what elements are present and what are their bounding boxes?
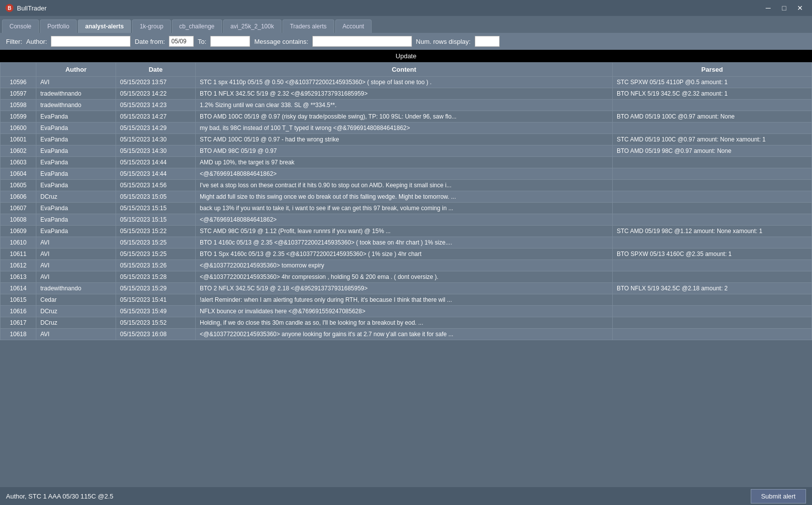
cell-id: 10612 — [0, 260, 36, 271]
cell-id: 10611 — [0, 249, 36, 260]
table-row[interactable]: 10598 tradewithnando 05/15/2023 14:23 1.… — [0, 100, 812, 111]
tab-1k-group[interactable]: 1k-group — [132, 19, 170, 33]
cell-author: EvaPanda — [36, 226, 116, 237]
cell-content: Holding, if we do close this 30m candle … — [196, 317, 613, 329]
submit-alert-button[interactable]: Submit alert — [751, 489, 806, 504]
cell-parsed — [613, 123, 812, 134]
table-row[interactable]: 10605 EvaPanda 05/15/2023 14:56 I've set… — [0, 180, 812, 191]
cell-date: 05/15/2023 15:15 — [116, 214, 196, 226]
cell-parsed — [613, 306, 812, 317]
cell-content: back up 13% if you want to take it, i wa… — [196, 203, 613, 214]
cell-content: STC AMD 100C 05/19 @ 0.97 - had the wron… — [196, 134, 613, 145]
cell-author: AVI — [36, 260, 116, 271]
tab-analyst-alerts[interactable]: analyst-alerts — [78, 19, 131, 33]
cell-author: AVI — [36, 77, 116, 88]
num-rows-input[interactable] — [475, 36, 500, 47]
cell-id: 10606 — [0, 191, 36, 203]
cell-parsed — [613, 180, 812, 191]
table-row[interactable]: 10609 EvaPanda 05/15/2023 15:22 STC AMD … — [0, 226, 812, 237]
cell-parsed: BTO NFLX 5/19 342.5C @2.18 amount: 2 — [613, 283, 812, 294]
header-author: Author — [36, 63, 116, 77]
tab-account[interactable]: Account — [335, 19, 372, 33]
cell-parsed: BTO NFLX 5/19 342.5C @2.32 amount: 1 — [613, 88, 812, 100]
cell-id: 10610 — [0, 237, 36, 249]
table-row[interactable]: 10616 DCruz 05/15/2023 15:49 NFLX bounce… — [0, 306, 812, 317]
table-row[interactable]: 10603 EvaPanda 05/15/2023 14:44 AMD up 1… — [0, 157, 812, 168]
table-row[interactable]: 10613 AVI 05/15/2023 15:28 <@&1037722002… — [0, 271, 812, 283]
cell-content: AMD up 10%, the target is 97 break — [196, 157, 613, 168]
cell-date: 05/15/2023 15:52 — [116, 317, 196, 329]
cell-parsed: STC AMD 05/19 100C @0.97 amount: None xa… — [613, 134, 812, 145]
main-window: B BullTrader ─ □ ✕ Console Portfolio ana… — [0, 0, 812, 505]
tab-cb-challenge[interactable]: cb_challenge — [172, 19, 222, 33]
cell-author: DCruz — [36, 191, 116, 203]
cell-date: 05/15/2023 14:30 — [116, 134, 196, 145]
table-row[interactable]: 10601 EvaPanda 05/15/2023 14:30 STC AMD … — [0, 134, 812, 145]
update-bar[interactable]: Update — [0, 50, 812, 62]
cell-author: Cedar — [36, 294, 116, 306]
filter-label: Filter: — [6, 38, 22, 45]
cell-parsed — [613, 294, 812, 306]
cell-author: tradewithnando — [36, 100, 116, 111]
cell-content: BTO AMD 100C 05/19 @ 0.97 (risky day tra… — [196, 111, 613, 123]
app-logo: B — [5, 3, 14, 12]
tab-bar: Console Portfolio analyst-alerts 1k-grou… — [0, 16, 812, 33]
to-input[interactable] — [210, 36, 250, 47]
cell-date: 05/15/2023 15:25 — [116, 249, 196, 260]
message-contains-input[interactable] — [312, 36, 412, 47]
cell-date: 05/15/2023 14:44 — [116, 157, 196, 168]
table-row[interactable]: 10611 AVI 05/15/2023 15:25 BTO 1 Spx 416… — [0, 249, 812, 260]
cell-date: 05/15/2023 14:56 — [116, 180, 196, 191]
cell-content: <@&1037722002145935360> 4hr compression … — [196, 271, 613, 283]
close-button[interactable]: ✕ — [793, 1, 807, 15]
tab-avi-25k[interactable]: avi_25k_2_100k — [223, 19, 281, 33]
tab-console[interactable]: Console — [2, 19, 39, 33]
table-row[interactable]: 10615 Cedar 05/15/2023 15:41 !alert Remi… — [0, 294, 812, 306]
tab-traders-alerts[interactable]: Traders alerts — [282, 19, 334, 33]
cell-parsed — [613, 214, 812, 226]
title-bar-controls: ─ □ ✕ — [761, 1, 807, 15]
table-header-row: Author Date Content Parsed — [0, 63, 812, 77]
cell-parsed: STC AMD 05/19 98C @1.12 amount: None xam… — [613, 226, 812, 237]
table-row[interactable]: 10597 tradewithnando 05/15/2023 14:22 BT… — [0, 88, 812, 100]
cell-date: 05/15/2023 16:08 — [116, 329, 196, 340]
table-row[interactable]: 10607 EvaPanda 05/15/2023 15:15 back up … — [0, 203, 812, 214]
table-container[interactable]: Author Date Content Parsed 10596 AVI 05/… — [0, 62, 812, 487]
tab-portfolio[interactable]: Portfolio — [40, 19, 77, 33]
cell-author: DCruz — [36, 317, 116, 329]
date-from-input[interactable] — [169, 36, 194, 47]
table-row[interactable]: 10604 EvaPanda 05/15/2023 14:44 <@&76969… — [0, 168, 812, 180]
cell-id: 10596 — [0, 77, 36, 88]
cell-date: 05/15/2023 15:49 — [116, 306, 196, 317]
table-row[interactable]: 10602 EvaPanda 05/15/2023 14:30 BTO AMD … — [0, 145, 812, 157]
author-label: Author: — [26, 38, 47, 45]
cell-parsed — [613, 203, 812, 214]
cell-id: 10607 — [0, 203, 36, 214]
cell-date: 05/15/2023 15:26 — [116, 260, 196, 271]
title-bar: B BullTrader ─ □ ✕ — [0, 0, 812, 16]
maximize-button[interactable]: □ — [777, 1, 791, 15]
svg-text:B: B — [7, 5, 11, 11]
table-row[interactable]: 10600 EvaPanda 05/15/2023 14:29 my bad, … — [0, 123, 812, 134]
table-row[interactable]: 10596 AVI 05/15/2023 13:57 STC 1 spx 411… — [0, 77, 812, 88]
cell-author: AVI — [36, 249, 116, 260]
table-row[interactable]: 10608 EvaPanda 05/15/2023 15:15 <@&76969… — [0, 214, 812, 226]
cell-parsed: BTO AMD 05/19 100C @0.97 amount: None — [613, 111, 812, 123]
cell-content: <@&1037722002145935360> anyone looking f… — [196, 329, 613, 340]
cell-id: 10602 — [0, 145, 36, 157]
update-label: Update — [396, 52, 416, 60]
table-row[interactable]: 10612 AVI 05/15/2023 15:26 <@&1037722002… — [0, 260, 812, 271]
cell-id: 10600 — [0, 123, 36, 134]
table-row[interactable]: 10599 EvaPanda 05/15/2023 14:27 BTO AMD … — [0, 111, 812, 123]
author-input[interactable] — [51, 36, 131, 47]
table-row[interactable]: 10610 AVI 05/15/2023 15:25 BTO 1 4160c 0… — [0, 237, 812, 249]
table-row[interactable]: 10617 DCruz 05/15/2023 15:52 Holding, if… — [0, 317, 812, 329]
to-label: To: — [198, 38, 206, 45]
table-row[interactable]: 10606 DCruz 05/15/2023 15:05 Might add f… — [0, 191, 812, 203]
cell-content: BTO 1 Spx 4160c 05/13 @ 2.35 <@&10377220… — [196, 249, 613, 260]
cell-content: Might add full size to this swing once w… — [196, 191, 613, 203]
cell-id: 10597 — [0, 88, 36, 100]
table-row[interactable]: 10618 AVI 05/15/2023 16:08 <@&1037722002… — [0, 329, 812, 340]
minimize-button[interactable]: ─ — [761, 1, 775, 15]
table-row[interactable]: 10614 tradewithnando 05/15/2023 15:29 BT… — [0, 283, 812, 294]
